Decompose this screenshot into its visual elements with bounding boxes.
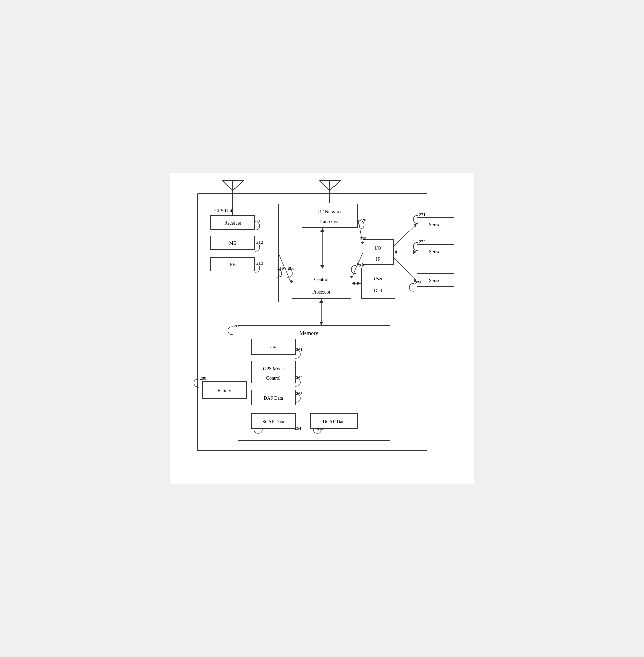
cp-label2: Processor — [312, 289, 331, 294]
label-213: 213 — [256, 261, 263, 266]
rf-label: RF Network — [318, 209, 342, 214]
io-label: I/O — [375, 245, 382, 250]
svg-line-26 — [233, 180, 244, 190]
rf-label2: Transceiver — [319, 219, 341, 224]
pe-label: PE — [230, 262, 235, 267]
scaf-label: SCAF Data — [262, 419, 285, 424]
label-240-text: 240 — [357, 262, 364, 267]
label-211: 211 — [256, 218, 263, 223]
diagram-svg: GPS Unit Receiver 211 ME 212 PE 213 210 … — [170, 173, 474, 484]
svg-line-21 — [319, 180, 330, 190]
label-230: 230 — [360, 236, 366, 241]
label-280: 280 — [200, 376, 206, 381]
me-label: ME — [229, 241, 236, 246]
label-250-text: 250 — [284, 265, 291, 270]
battery-label: Battery — [217, 388, 231, 393]
label-271: 271 — [419, 212, 426, 217]
label-264: 264 — [295, 426, 301, 431]
sensor2-label: Sensor — [429, 249, 442, 254]
sensor3-label: Sensor — [429, 278, 442, 283]
os-label: OS — [270, 345, 276, 350]
gps-unit-label: GPS Unit — [214, 208, 234, 213]
gps-mode-label: GPS Mode — [263, 366, 284, 371]
label-260: 260 — [234, 323, 240, 328]
label-212: 212 — [256, 240, 263, 245]
receiver-label: Receiver — [224, 220, 241, 225]
io-label2: IF — [376, 257, 381, 262]
memory-label: Memory — [299, 330, 318, 336]
ugui-label: User — [374, 276, 383, 281]
dcaf-label: DCAF Data — [323, 419, 346, 424]
label-265: 265 — [317, 426, 324, 431]
label-273: 273 — [415, 280, 422, 285]
label-272: 272 — [419, 239, 426, 244]
diagram-container: GPS Unit Receiver 211 ME 212 PE 213 210 … — [170, 173, 474, 484]
daf-label: DAF Data — [263, 396, 283, 401]
svg-line-22 — [330, 180, 341, 190]
svg-rect-8 — [361, 268, 395, 299]
sensor1-label: Sensor — [429, 222, 442, 227]
ugui-label2: GUI — [374, 288, 383, 293]
gps-mode-label2: Control — [266, 376, 281, 381]
cp-label: Control — [314, 277, 329, 282]
svg-line-25 — [222, 180, 233, 190]
